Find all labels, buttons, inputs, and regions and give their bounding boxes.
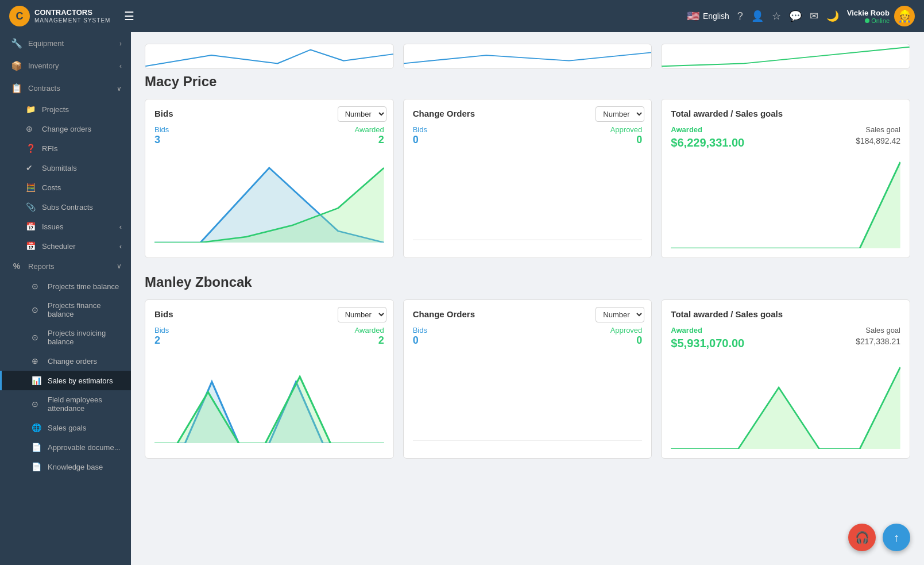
strip-card-3 [661,44,910,69]
awarded-label-manley: Awarded [355,326,384,335]
sidebar-sub-projects-time[interactable]: ⊙ Projects time balance [0,276,131,296]
mail-icon[interactable]: ✉ [810,10,818,22]
bids-card-macy: Bids Number Amount Bids 3 Awarded 2 [145,99,394,258]
proj-finance-icon: ⊙ [32,305,42,314]
co-bids-value-macy: 0 [413,134,427,146]
bids-label-macy: Bids [154,125,169,134]
change-orders-card-manley: Change Orders Number Amount Bids 0 Appro… [403,299,652,459]
sidebar-sub-projects[interactable]: 📁 Projects [0,99,131,119]
sidebar-sub-change-orders-report[interactable]: ⊕ Change orders [0,351,131,371]
co-stats-macy: Bids 0 Approved 0 [413,125,643,146]
bids-card-manley: Bids Number Amount Bids 2 Awarded 2 [145,299,394,459]
scheduler-icon: 📅 [26,241,36,251]
avatar: 👷 [894,6,915,26]
contracts-icon: 📋 [11,83,22,94]
chat-icon[interactable]: 💬 [789,10,802,22]
total-awarded-card-manley: Total awarded / Sales goals Awarded Sale… [661,299,910,459]
user-icon[interactable]: 👤 [751,10,764,22]
projects-icon: 📁 [26,105,36,114]
topnav-right: 🇺🇸 English ? 👤 ☆ 💬 ✉ 🌙 Vickie Roob Onlin… [687,6,915,26]
logo-icon: C [9,6,30,26]
co-stats-manley: Bids 0 Approved 0 [413,326,643,347]
topnav: C CONTRACTORS MANAGEMENT SYSTEM ☰ 🇺🇸 Eng… [0,0,924,32]
theme-icon[interactable]: 🌙 [826,10,839,22]
cards-row-manley: Bids Number Amount Bids 2 Awarded 2 [145,299,910,459]
sidebar-sub-projects-invoicing[interactable]: ⊙ Projects invoicing balance [0,324,131,351]
awarded-chart-macy [671,156,900,248]
sidebar-item-reports[interactable]: % Reports ∨ [0,256,131,276]
total-awarded-title-manley: Total awarded / Sales goals [671,309,900,319]
bids-chart-macy [154,151,384,243]
co-dropdown-manley[interactable]: Number Amount [596,307,644,322]
co-report-icon: ⊕ [32,356,42,366]
co-approved-label-manley: Approved [610,326,643,335]
co-approved-value-macy: 0 [610,134,643,146]
sales-goal-amount-macy: $184,892.42 [856,136,900,154]
bids-dropdown-manley[interactable]: Number Amount [338,307,386,322]
help-icon[interactable]: ? [737,10,743,22]
layout: 🔧 Equipment › 📦 Inventory ‹ 📋 Contracts … [0,32,924,565]
strip-card-2 [403,44,652,69]
top-strip [145,44,910,69]
bids-value-manley: 2 [154,335,169,347]
sidebar-sub-rfis[interactable]: ❓ RFIs [0,139,131,158]
bids-value-macy: 3 [154,134,169,146]
change-orders-card-macy: Change Orders Number Amount Bids 0 Appro… [403,99,652,258]
user-profile[interactable]: Vickie Roob Online 👷 [847,6,915,26]
language-selector[interactable]: 🇺🇸 English [687,10,729,22]
language-label: English [703,11,729,21]
fab-container: 🎧 ↑ [848,524,910,551]
co-bids-value-manley: 0 [413,335,427,347]
svg-marker-5 [154,376,384,443]
co-bids-label-macy: Bids [413,125,427,134]
sidebar-sub-approvable[interactable]: 📄 Approvable docume... [0,437,131,457]
co-dropdown-macy[interactable]: Number Amount [596,106,644,122]
bids-label-manley: Bids [154,326,169,335]
sidebar-sub-sales-goals[interactable]: 🌐 Sales goals [0,418,131,437]
rfis-icon: ❓ [26,144,36,153]
sidebar-sub-costs[interactable]: 🧮 Costs [0,178,131,197]
sidebar-item-equipment[interactable]: 🔧 Equipment › [0,32,131,55]
reports-icon: % [11,262,22,271]
sidebar-sub-field-attendance[interactable]: ⊙ Field employees attendance [0,390,131,418]
co-chart-macy [413,151,643,243]
bids-dropdown-macy[interactable]: Number Amount [338,106,386,122]
costs-icon: 🧮 [26,183,36,192]
change-orders-icon: ⊕ [26,124,36,133]
sidebar-sub-subs-contracts[interactable]: 📎 Subs Contracts [0,197,131,217]
sidebar-sub-knowledge[interactable]: 📄 Knowledge base [0,457,131,476]
sidebar-sub-submittals[interactable]: ✔ Submittals [0,158,131,178]
submittals-icon: ✔ [26,163,36,172]
goals-icon: 🌐 [32,423,42,432]
sidebar-sub-issues[interactable]: 📅 Issues ‹ [0,217,131,236]
knowledge-icon: 📄 [32,462,42,471]
awarded-label-macy: Awarded [355,125,384,134]
subs-icon: 📎 [26,202,36,212]
sidebar-sub-scheduler[interactable]: 📅 Scheduler ‹ [0,236,131,256]
scroll-top-fab[interactable]: ↑ [883,524,910,551]
sales-goal-amount-manley: $217,338.21 [856,337,900,355]
sales-goal-label-macy: Sales goal [865,125,900,134]
user-status: Online [847,17,890,24]
user-info: Vickie Roob Online [847,9,890,24]
user-name: Vickie Roob [847,9,890,17]
sidebar-sub-sales-estimators[interactable]: 📊 Sales by estimators [0,371,131,390]
person-name-manley: Manley Zboncak [145,274,910,290]
awarded-amount-macy: $6,229,331.00 [671,136,744,149]
star-icon[interactable]: ☆ [772,10,781,22]
total-awarded-card-macy: Total awarded / Sales goals Awarded Sale… [661,99,910,258]
sidebar-item-contracts[interactable]: 📋 Contracts ∨ [0,77,131,99]
awarded-row-manley: Awarded Sales goal [671,326,900,335]
strip-card-1 [145,44,394,69]
support-fab[interactable]: 🎧 [848,524,876,551]
sidebar-item-inventory[interactable]: 📦 Inventory ‹ [0,55,131,77]
online-dot [865,18,869,23]
sidebar-sub-change-orders[interactable]: ⊕ Change orders [0,119,131,139]
main-content: Macy Price Bids Number Amount Bids 3 [131,32,924,565]
field-icon: ⊙ [32,399,42,409]
logo-text: CONTRACTORS MANAGEMENT SYSTEM [34,8,110,24]
awarded-values-macy: $6,229,331.00 $184,892.42 [671,136,900,154]
awarded-amount-manley: $5,931,070.00 [671,337,744,350]
sidebar-sub-projects-finance[interactable]: ⊙ Projects finance balance [0,296,131,324]
hamburger-button[interactable]: ☰ [124,9,134,23]
